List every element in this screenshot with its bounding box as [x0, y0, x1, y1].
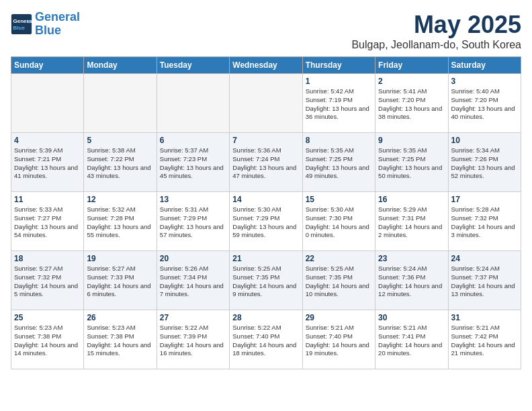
day-number: 23 [378, 254, 445, 263]
day-number: 11 [14, 195, 81, 204]
day-info: Sunrise: 5:24 AMSunset: 7:36 PMDaylight:… [378, 265, 445, 299]
calendar-cell: 7Sunrise: 5:36 AMSunset: 7:24 PMDaylight… [230, 133, 302, 192]
day-info: Sunrise: 5:21 AMSunset: 7:41 PMDaylight:… [378, 324, 445, 358]
calendar-table: SundayMondayTuesdayWednesdayThursdayFrid… [11, 56, 521, 369]
day-number: 28 [232, 313, 299, 322]
day-info: Sunrise: 5:21 AMSunset: 7:42 PMDaylight:… [451, 324, 518, 358]
weekday-header-thursday: Thursday [302, 57, 375, 74]
calendar-cell: 1Sunrise: 5:42 AMSunset: 7:19 PMDaylight… [302, 74, 375, 133]
day-number: 15 [306, 195, 372, 204]
day-info: Sunrise: 5:25 AMSunset: 7:35 PMDaylight:… [232, 265, 299, 299]
day-info: Sunrise: 5:30 AMSunset: 7:30 PMDaylight:… [306, 205, 372, 240]
day-number: 27 [160, 313, 226, 322]
day-number: 6 [160, 136, 226, 145]
calendar-cell: 4Sunrise: 5:39 AMSunset: 7:21 PMDaylight… [11, 133, 84, 192]
day-number: 24 [451, 254, 518, 263]
week-row-1: 1Sunrise: 5:42 AMSunset: 7:19 PMDaylight… [11, 74, 521, 133]
week-row-3: 11Sunrise: 5:33 AMSunset: 7:27 PMDayligh… [11, 192, 521, 251]
week-row-2: 4Sunrise: 5:39 AMSunset: 7:21 PMDaylight… [11, 133, 521, 192]
calendar-cell: 22Sunrise: 5:25 AMSunset: 7:35 PMDayligh… [302, 251, 375, 310]
calendar-cell: 25Sunrise: 5:23 AMSunset: 7:38 PMDayligh… [11, 310, 84, 369]
title-block: May 2025 Bulgap, Jeollanam-do, South Kor… [351, 11, 521, 51]
day-number: 16 [378, 195, 445, 204]
weekday-header-monday: Monday [84, 57, 157, 74]
calendar-cell: 11Sunrise: 5:33 AMSunset: 7:27 PMDayligh… [11, 192, 84, 251]
day-info: Sunrise: 5:29 AMSunset: 7:31 PMDaylight:… [378, 205, 445, 240]
calendar-cell: 15Sunrise: 5:30 AMSunset: 7:30 PMDayligh… [302, 192, 375, 251]
day-info: Sunrise: 5:42 AMSunset: 7:19 PMDaylight:… [306, 87, 372, 122]
calendar-cell: 12Sunrise: 5:32 AMSunset: 7:28 PMDayligh… [84, 192, 157, 251]
calendar-cell [157, 74, 229, 133]
calendar-cell: 23Sunrise: 5:24 AMSunset: 7:36 PMDayligh… [375, 251, 448, 310]
day-info: Sunrise: 5:36 AMSunset: 7:24 PMDaylight:… [232, 146, 299, 181]
calendar-cell: 8Sunrise: 5:35 AMSunset: 7:25 PMDaylight… [302, 133, 375, 192]
day-info: Sunrise: 5:33 AMSunset: 7:27 PMDaylight:… [14, 205, 81, 240]
day-info: Sunrise: 5:39 AMSunset: 7:21 PMDaylight:… [14, 146, 81, 181]
calendar-cell: 14Sunrise: 5:30 AMSunset: 7:29 PMDayligh… [230, 192, 302, 251]
day-info: Sunrise: 5:31 AMSunset: 7:29 PMDaylight:… [160, 205, 226, 240]
calendar-cell: 13Sunrise: 5:31 AMSunset: 7:29 PMDayligh… [157, 192, 229, 251]
calendar-cell: 20Sunrise: 5:26 AMSunset: 7:34 PMDayligh… [157, 251, 229, 310]
calendar-cell: 10Sunrise: 5:34 AMSunset: 7:26 PMDayligh… [448, 133, 521, 192]
day-info: Sunrise: 5:22 AMSunset: 7:40 PMDaylight:… [232, 324, 299, 358]
week-row-4: 18Sunrise: 5:27 AMSunset: 7:32 PMDayligh… [11, 251, 521, 310]
day-info: Sunrise: 5:23 AMSunset: 7:38 PMDaylight:… [14, 324, 81, 358]
day-number: 21 [232, 254, 299, 263]
day-info: Sunrise: 5:32 AMSunset: 7:28 PMDaylight:… [87, 205, 153, 240]
day-number: 13 [160, 195, 226, 204]
day-info: Sunrise: 5:40 AMSunset: 7:20 PMDaylight:… [451, 87, 518, 122]
calendar-cell: 19Sunrise: 5:27 AMSunset: 7:33 PMDayligh… [84, 251, 157, 310]
day-info: Sunrise: 5:41 AMSunset: 7:20 PMDaylight:… [378, 87, 445, 122]
day-info: Sunrise: 5:26 AMSunset: 7:34 PMDaylight:… [160, 265, 226, 299]
day-info: Sunrise: 5:35 AMSunset: 7:25 PMDaylight:… [306, 146, 372, 181]
calendar-cell: 17Sunrise: 5:28 AMSunset: 7:32 PMDayligh… [448, 192, 521, 251]
day-number: 9 [378, 136, 445, 145]
day-info: Sunrise: 5:22 AMSunset: 7:39 PMDaylight:… [160, 324, 226, 358]
day-number: 26 [87, 313, 153, 322]
logo-icon: General Blue [11, 13, 32, 35]
day-info: Sunrise: 5:24 AMSunset: 7:37 PMDaylight:… [451, 265, 518, 299]
weekday-header-wednesday: Wednesday [230, 57, 302, 74]
day-info: Sunrise: 5:23 AMSunset: 7:38 PMDaylight:… [87, 324, 153, 358]
calendar-cell [84, 74, 157, 133]
week-row-5: 25Sunrise: 5:23 AMSunset: 7:38 PMDayligh… [11, 310, 521, 369]
calendar-cell: 18Sunrise: 5:27 AMSunset: 7:32 PMDayligh… [11, 251, 84, 310]
logo: General Blue GeneralBlue [11, 11, 80, 38]
day-number: 4 [14, 136, 81, 145]
day-number: 2 [378, 77, 445, 86]
weekday-header-row: SundayMondayTuesdayWednesdayThursdayFrid… [11, 57, 521, 74]
day-number: 30 [378, 313, 445, 322]
calendar-cell: 31Sunrise: 5:21 AMSunset: 7:42 PMDayligh… [448, 310, 521, 369]
calendar-cell: 29Sunrise: 5:21 AMSunset: 7:40 PMDayligh… [302, 310, 375, 369]
day-number: 5 [87, 136, 153, 145]
day-number: 14 [232, 195, 299, 204]
weekday-header-tuesday: Tuesday [157, 57, 229, 74]
day-number: 20 [160, 254, 226, 263]
month-title: May 2025 [351, 11, 521, 39]
day-number: 22 [306, 254, 372, 263]
calendar-cell: 6Sunrise: 5:37 AMSunset: 7:23 PMDaylight… [157, 133, 229, 192]
day-info: Sunrise: 5:35 AMSunset: 7:25 PMDaylight:… [378, 146, 445, 181]
weekday-header-friday: Friday [375, 57, 448, 74]
calendar-cell: 2Sunrise: 5:41 AMSunset: 7:20 PMDaylight… [375, 74, 448, 133]
day-info: Sunrise: 5:34 AMSunset: 7:26 PMDaylight:… [451, 146, 518, 181]
day-info: Sunrise: 5:38 AMSunset: 7:22 PMDaylight:… [87, 146, 153, 181]
calendar-cell: 5Sunrise: 5:38 AMSunset: 7:22 PMDaylight… [84, 133, 157, 192]
day-info: Sunrise: 5:21 AMSunset: 7:40 PMDaylight:… [306, 324, 372, 358]
weekday-header-sunday: Sunday [11, 57, 84, 74]
calendar-cell: 26Sunrise: 5:23 AMSunset: 7:38 PMDayligh… [84, 310, 157, 369]
calendar-cell: 27Sunrise: 5:22 AMSunset: 7:39 PMDayligh… [157, 310, 229, 369]
calendar-cell: 16Sunrise: 5:29 AMSunset: 7:31 PMDayligh… [375, 192, 448, 251]
day-info: Sunrise: 5:27 AMSunset: 7:33 PMDaylight:… [87, 265, 153, 299]
weekday-header-saturday: Saturday [448, 57, 521, 74]
day-number: 12 [87, 195, 153, 204]
day-number: 1 [306, 77, 372, 86]
logo-text: GeneralBlue [35, 11, 80, 38]
page-header: General Blue GeneralBlue May 2025 Bulgap… [11, 11, 521, 51]
day-info: Sunrise: 5:27 AMSunset: 7:32 PMDaylight:… [14, 265, 81, 299]
day-number: 17 [451, 195, 518, 204]
day-number: 25 [14, 313, 81, 322]
day-info: Sunrise: 5:25 AMSunset: 7:35 PMDaylight:… [306, 265, 372, 299]
calendar-cell: 9Sunrise: 5:35 AMSunset: 7:25 PMDaylight… [375, 133, 448, 192]
day-info: Sunrise: 5:28 AMSunset: 7:32 PMDaylight:… [451, 205, 518, 240]
